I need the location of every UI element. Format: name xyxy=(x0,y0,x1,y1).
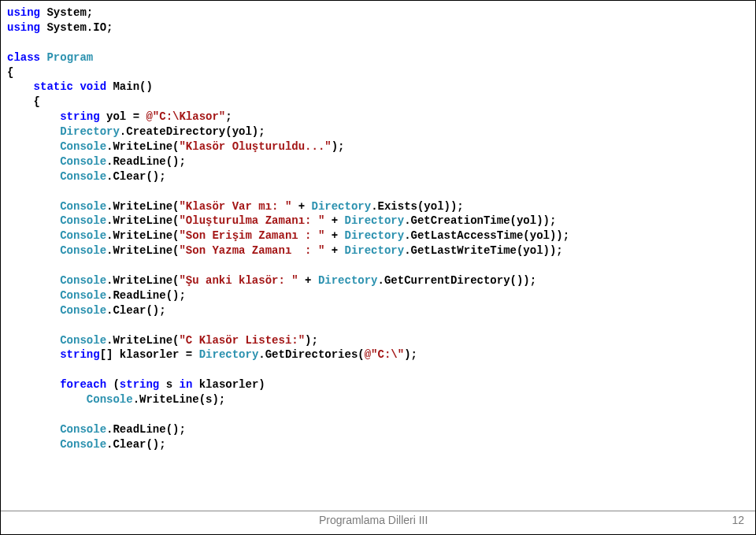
indent xyxy=(7,423,60,436)
type-console: Console xyxy=(87,393,133,406)
indent xyxy=(7,304,60,317)
code-text: yol = xyxy=(100,110,146,123)
kw-using: using xyxy=(7,21,40,34)
string-literal: "Son Erişim Zamanı : " xyxy=(179,229,324,242)
type-directory: Directory xyxy=(199,348,259,361)
string-literal: "Klasör Oluşturuldu..." xyxy=(179,140,331,153)
type-console: Console xyxy=(60,155,106,168)
code-text: .WriteLine( xyxy=(106,274,179,287)
indent xyxy=(7,140,60,153)
footer-title: Programlama Dilleri III xyxy=(15,513,732,528)
type-directory: Directory xyxy=(345,214,405,227)
code-text: + xyxy=(324,244,344,257)
string-literal: @"C:\Klasor" xyxy=(146,110,225,123)
indent xyxy=(7,438,60,451)
page-footer: . Programlama Dilleri III 12 xyxy=(1,511,755,529)
type-directory: Directory xyxy=(345,229,405,242)
type-program: Program xyxy=(46,51,93,64)
type-console: Console xyxy=(60,304,106,317)
indent xyxy=(7,334,60,347)
indent xyxy=(7,200,60,213)
code-text: [] klasorler = xyxy=(100,348,199,361)
code-text: ; xyxy=(225,110,232,123)
type-console: Console xyxy=(60,274,106,287)
kw-void: void xyxy=(80,80,106,93)
kw-foreach: foreach xyxy=(60,378,106,391)
string-literal: "Klasör Var mı: " xyxy=(179,200,291,213)
code-text: .WriteLine( xyxy=(106,140,179,153)
type-console: Console xyxy=(60,214,106,227)
brace-open: { xyxy=(7,95,40,108)
type-console: Console xyxy=(60,334,106,347)
type-directory: Directory xyxy=(318,274,378,287)
code-text: System; xyxy=(40,6,93,19)
code-text: .Exists(yol)); xyxy=(371,200,464,213)
type-directory: Directory xyxy=(345,244,405,257)
code-text: .WriteLine( xyxy=(106,229,179,242)
code-text: .WriteLine( xyxy=(106,244,179,257)
code-text: .Clear(); xyxy=(106,304,166,317)
code-text: + xyxy=(324,214,344,227)
indent xyxy=(7,110,60,123)
kw-string: string xyxy=(120,378,159,391)
string-literal: "C Klasör Listesi:" xyxy=(179,334,305,347)
code-text: ); xyxy=(404,348,417,361)
string-literal: @"C:\" xyxy=(365,348,404,361)
code-text: .GetLastAccessTime(yol)); xyxy=(404,229,569,242)
code-text: + xyxy=(291,200,311,213)
kw-string: string xyxy=(60,110,99,123)
code-text: klasorler) xyxy=(192,378,265,391)
type-console: Console xyxy=(60,229,106,242)
code-text: .WriteLine( xyxy=(106,200,179,213)
code-text: .ReadLine(); xyxy=(106,289,186,302)
indent xyxy=(7,214,60,227)
type-console: Console xyxy=(60,200,106,213)
type-console: Console xyxy=(60,244,106,257)
type-console: Console xyxy=(60,289,106,302)
code-text: ( xyxy=(106,378,120,391)
document-page: { "code": { "l1a": "using", "l1b": " Sys… xyxy=(0,0,756,535)
kw-string: string xyxy=(60,348,99,361)
code-text: ); xyxy=(305,334,318,347)
code-text: .ReadLine(); xyxy=(106,423,186,436)
kw-in: in xyxy=(179,378,192,391)
kw-static: static xyxy=(34,80,73,93)
indent xyxy=(7,229,60,242)
indent xyxy=(7,378,60,391)
indent xyxy=(7,289,60,302)
code-text: + xyxy=(324,229,344,242)
indent xyxy=(7,393,87,406)
code-text: ); xyxy=(332,140,345,153)
type-console: Console xyxy=(60,438,106,451)
code-text: .CreateDirectory(yol); xyxy=(120,125,265,138)
code-text: .GetLastWriteTime(yol)); xyxy=(404,244,563,257)
code-text: .ReadLine(); xyxy=(106,155,186,168)
type-console: Console xyxy=(60,170,106,183)
kw-using: using xyxy=(7,6,40,19)
code-text: .WriteLine(s); xyxy=(133,393,226,406)
indent xyxy=(7,170,60,183)
code-text: .GetCurrentDirectory()); xyxy=(378,274,537,287)
indent xyxy=(7,274,60,287)
type-directory: Directory xyxy=(60,125,120,138)
code-text: .Clear(); xyxy=(106,438,166,451)
brace-open: { xyxy=(7,66,13,79)
code-text: .GetDirectories( xyxy=(258,348,364,361)
indent xyxy=(7,155,60,168)
type-console: Console xyxy=(60,140,106,153)
code-text: .GetCreationTime(yol)); xyxy=(404,214,556,227)
string-literal: "Son Yazma Zamanı : " xyxy=(179,244,324,257)
code-text: .Clear(); xyxy=(106,170,166,183)
indent xyxy=(7,80,34,93)
code-text: Main() xyxy=(106,80,153,93)
string-literal: "Oluşturulma Zamanı: " xyxy=(179,214,324,227)
code-text: .WriteLine( xyxy=(106,214,179,227)
indent xyxy=(7,244,60,257)
code-text: .WriteLine( xyxy=(106,334,179,347)
code-block: using System; using System.IO; class Pro… xyxy=(1,1,755,452)
code-text: + xyxy=(298,274,318,287)
indent xyxy=(7,348,60,361)
type-directory: Directory xyxy=(312,200,372,213)
code-text: System.IO; xyxy=(40,21,113,34)
page-number: 12 xyxy=(732,513,744,528)
